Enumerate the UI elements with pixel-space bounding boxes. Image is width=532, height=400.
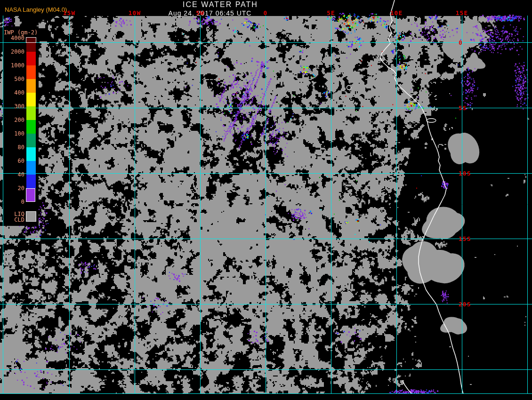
legend-cld-label: CLD bbox=[3, 217, 24, 223]
page-title: ICE WATER PATH bbox=[183, 0, 258, 9]
legend-tick-value: 0 bbox=[3, 199, 24, 205]
legend-color-cell bbox=[26, 79, 36, 93]
iwp-legend: IWP (gm-2) 40002000100050040030020010080… bbox=[3, 26, 39, 226]
legend-tick-value: 400 bbox=[3, 89, 24, 96]
legend-overflow-cell bbox=[26, 37, 36, 43]
legend-color-cell bbox=[26, 134, 36, 147]
credit-label: NASA Langley (M04.0) bbox=[5, 6, 67, 13]
status-bar: MT10 ICE WATER PATH AUG 24, 2017 06:45Z … bbox=[0, 394, 532, 400]
timestamp-label: Aug 24, 2017 06:45 UTC bbox=[169, 9, 252, 17]
legend-color-cell bbox=[26, 93, 36, 106]
legend-color-cell bbox=[26, 147, 36, 161]
legend-color-cell bbox=[26, 188, 35, 202]
legend-tick-value: 60 bbox=[3, 158, 24, 164]
legend-tick-value: 500 bbox=[3, 76, 24, 82]
legend-tick-value: 300 bbox=[3, 103, 24, 110]
satellite-map-canvas bbox=[0, 0, 532, 400]
legend-tick-value: 200 bbox=[3, 117, 24, 123]
legend-tick-value: 1000 bbox=[3, 62, 24, 69]
legend-color-cell bbox=[26, 161, 36, 175]
legend-tick-value: 4000 bbox=[3, 35, 24, 41]
legend-tick-value: 100 bbox=[3, 130, 24, 137]
legend-tick-value: 2000 bbox=[3, 48, 24, 55]
liquid-cloud-swatch bbox=[26, 211, 36, 222]
legend-color-cell bbox=[26, 52, 36, 65]
legend-tick-value: 80 bbox=[3, 144, 24, 151]
satellite-product-viewer: NASA Langley (M04.0) ICE WATER PATH Aug … bbox=[0, 0, 532, 400]
legend-tick-value: 40 bbox=[3, 171, 24, 178]
legend-color-cell bbox=[26, 65, 36, 79]
legend-color-cell bbox=[26, 120, 36, 134]
legend-tick-value: 20 bbox=[3, 185, 24, 192]
legend-color-cell bbox=[26, 106, 36, 120]
legend-color-cell bbox=[26, 175, 36, 188]
